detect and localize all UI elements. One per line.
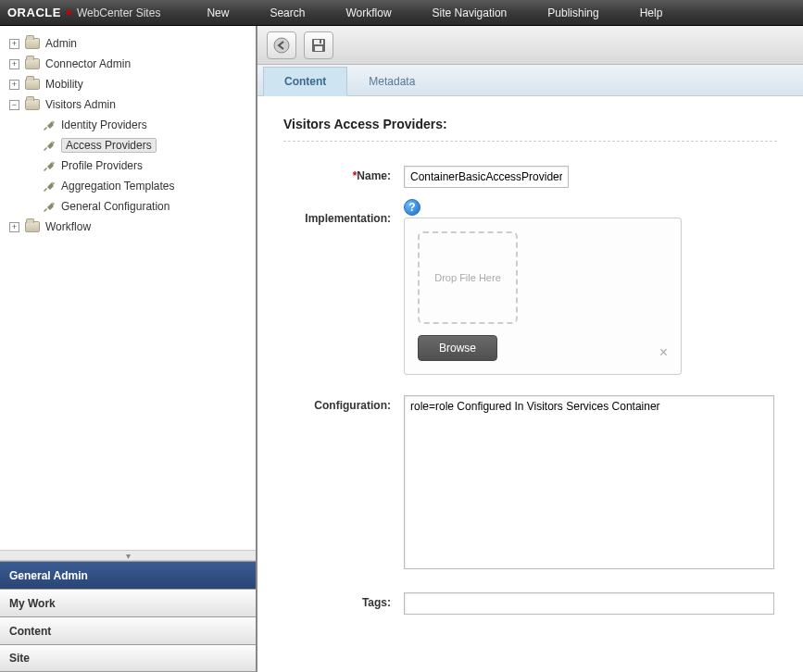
tree-node-identity-providers[interactable]: Identity Providers <box>6 115 250 135</box>
expand-icon[interactable]: + <box>9 59 19 69</box>
brand-product: WebCenter Sites <box>77 6 161 19</box>
expand-icon[interactable]: + <box>9 222 19 232</box>
sidebar: + Admin + Connector Admin + Mobility − V… <box>0 26 257 672</box>
folder-icon <box>25 38 40 49</box>
tree-node-general-configuration[interactable]: General Configuration <box>6 196 250 217</box>
side-nav-label: My Work <box>9 597 56 610</box>
top-menu: New Search Workflow Site Navigation Publ… <box>207 6 662 19</box>
tree-label: Profile Providers <box>61 159 143 172</box>
sidebar-collapse-handle[interactable]: ▾ <box>0 550 256 561</box>
floppy-disk-icon <box>310 37 327 54</box>
tree-label: Identity Providers <box>61 118 147 131</box>
top-menu-bar: ORACLE WebCenter Sites New Search Workfl… <box>0 0 803 26</box>
side-nav-label: Content <box>9 625 51 638</box>
tree-node-aggregation-templates[interactable]: Aggregation Templates <box>6 176 250 196</box>
toolbar <box>257 26 803 65</box>
help-icon[interactable]: ? <box>404 199 420 216</box>
menu-new[interactable]: New <box>207 6 229 19</box>
name-input[interactable] <box>404 166 569 188</box>
form: Visitors Access Providers: *Name: Implem… <box>257 96 803 672</box>
tab-content[interactable]: Content <box>263 67 347 96</box>
wrench-icon <box>41 199 56 214</box>
tags-label: Tags: <box>283 592 404 615</box>
page-title: Visitors Access Providers: <box>283 117 777 131</box>
wrench-icon <box>41 179 56 193</box>
back-button[interactable] <box>267 31 296 59</box>
tree-label: Workflow <box>45 220 91 233</box>
tab-label: Metadata <box>369 75 415 88</box>
tree-label: Access Providers <box>61 138 157 153</box>
folder-icon <box>25 221 40 232</box>
tree: + Admin + Connector Admin + Mobility − V… <box>0 26 256 550</box>
upload-panel: Drop File Here Browse × <box>404 218 682 375</box>
save-button[interactable] <box>304 31 333 59</box>
folder-icon <box>25 58 40 69</box>
menu-site-navigation[interactable]: Site Navigation <box>433 6 508 19</box>
content-area: Content Metadata Visitors Access Provide… <box>257 26 803 672</box>
side-nav-site[interactable]: Site <box>0 644 256 672</box>
side-nav: General Admin My Work Content Site <box>0 561 256 672</box>
tree-node-profile-providers[interactable]: Profile Providers <box>6 156 250 176</box>
tree-node-admin[interactable]: + Admin <box>6 33 250 54</box>
wrench-icon <box>41 158 56 173</box>
tree-label: Mobility <box>45 78 83 91</box>
side-nav-general-admin[interactable]: General Admin <box>0 561 256 589</box>
field-row-configuration: Configuration: <box>283 395 777 572</box>
side-nav-content[interactable]: Content <box>0 616 256 644</box>
tree-node-mobility[interactable]: + Mobility <box>6 74 250 94</box>
configuration-label: Configuration: <box>283 395 404 572</box>
brand-dot-icon <box>67 10 71 15</box>
menu-help[interactable]: Help <box>640 6 663 19</box>
tree-label: Connector Admin <box>45 57 131 70</box>
tab-label: Content <box>284 75 326 88</box>
close-icon[interactable]: × <box>659 344 668 361</box>
folder-icon <box>25 79 40 90</box>
browse-button[interactable]: Browse <box>418 335 497 361</box>
side-nav-label: General Admin <box>9 569 88 582</box>
configuration-textarea[interactable] <box>404 395 774 569</box>
tab-metadata[interactable]: Metadata <box>347 67 436 95</box>
svg-point-0 <box>274 38 289 53</box>
menu-workflow[interactable]: Workflow <box>345 6 391 19</box>
brand-oracle: ORACLE <box>7 6 61 19</box>
tree-node-workflow[interactable]: + Workflow <box>6 217 250 237</box>
expand-icon[interactable]: + <box>9 80 19 90</box>
dropzone-text: Drop File Here <box>434 272 501 283</box>
tree-label: Admin <box>45 37 77 50</box>
name-label-text: Name: <box>357 169 391 182</box>
chevron-down-icon: ▾ <box>126 551 131 561</box>
tree-label: Visitors Admin <box>45 98 116 111</box>
svg-rect-4 <box>320 40 321 44</box>
tree-node-connector-admin[interactable]: + Connector Admin <box>6 54 250 74</box>
side-nav-label: Site <box>9 652 30 665</box>
tab-strip: Content Metadata <box>257 65 803 96</box>
field-row-tags: Tags: <box>283 592 777 615</box>
menu-publishing[interactable]: Publishing <box>547 6 598 19</box>
file-dropzone[interactable]: Drop File Here <box>418 231 518 324</box>
menu-search[interactable]: Search <box>270 6 305 19</box>
field-row-implementation: Implementation: ? Drop File Here Browse … <box>283 208 777 375</box>
side-nav-my-work[interactable]: My Work <box>0 589 256 616</box>
tree-label: General Configuration <box>61 200 169 213</box>
implementation-label: Implementation: <box>283 208 404 375</box>
tree-node-visitors-admin[interactable]: − Visitors Admin <box>6 94 250 115</box>
svg-rect-3 <box>315 46 322 51</box>
wrench-icon <box>41 138 56 153</box>
wrench-icon <box>41 118 56 132</box>
tags-input[interactable] <box>404 592 774 615</box>
browse-label: Browse <box>439 342 476 355</box>
field-row-name: *Name: <box>283 166 777 188</box>
brand: ORACLE WebCenter Sites <box>7 6 160 19</box>
tree-node-access-providers[interactable]: Access Providers <box>6 135 250 156</box>
expand-icon[interactable]: + <box>9 39 19 49</box>
tree-label: Aggregation Templates <box>61 180 175 193</box>
folder-icon <box>25 99 40 110</box>
name-label: *Name: <box>283 166 404 188</box>
back-arrow-icon <box>273 37 290 54</box>
divider <box>283 141 777 142</box>
collapse-icon[interactable]: − <box>9 100 19 110</box>
svg-rect-2 <box>314 40 323 44</box>
